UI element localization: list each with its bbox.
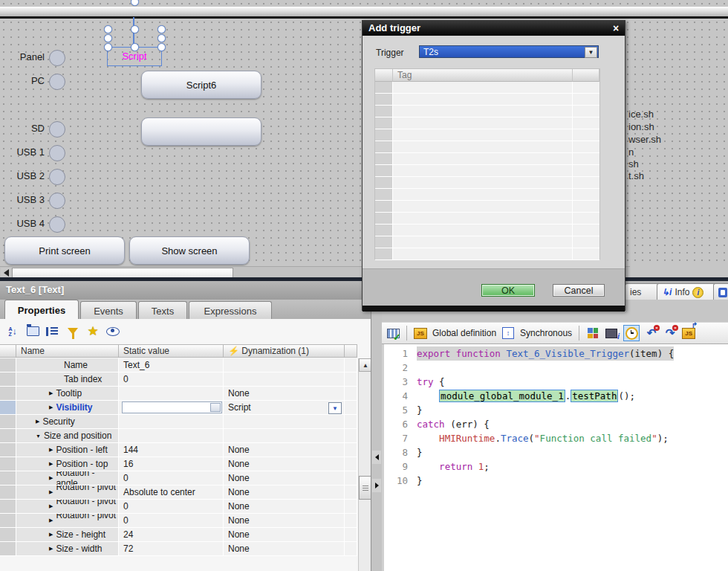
property-value-cell[interactable] — [119, 429, 224, 443]
expand-arrow-icon[interactable]: ▶ — [49, 475, 53, 481]
property-name-cell[interactable]: ▶Rotation - pivot ... — [16, 514, 119, 528]
code-line[interactable]: 10} — [384, 474, 726, 488]
sort-az-icon[interactable]: AZ↓ — [6, 325, 19, 338]
radio-circle[interactable] — [49, 169, 65, 185]
property-dynamization-cell[interactable]: None — [224, 542, 345, 556]
property-name-cell[interactable]: ▶Position - left — [16, 443, 119, 457]
radio-circle[interactable] — [49, 121, 65, 138]
table-row-header[interactable] — [375, 177, 393, 189]
property-name-cell[interactable]: ▶Security — [16, 415, 119, 429]
chevron-down-icon[interactable]: ▼ — [585, 47, 597, 58]
tab-info[interactable]: ↳i Info i — [657, 283, 719, 300]
filter-icon[interactable] — [66, 325, 79, 338]
property-name-cell[interactable]: ▶Size - height — [16, 528, 119, 542]
expand-arrow-icon[interactable]: ▶ — [49, 461, 53, 467]
table-row[interactable] — [393, 236, 573, 248]
property-row[interactable]: ▶TooltipNone — [0, 387, 357, 401]
property-value-cell[interactable]: 0 — [119, 500, 224, 514]
radio-circle[interactable] — [49, 74, 65, 90]
property-name-cell[interactable]: ▶Rotation - angle — [16, 471, 119, 485]
close-icon[interactable]: × — [610, 22, 622, 34]
property-dynamization-cell[interactable]: Script▼ — [224, 401, 345, 415]
code-line[interactable]: 6catch (err) { — [384, 417, 726, 431]
row-selector-cell[interactable] — [0, 457, 16, 471]
code-editor[interactable]: 1export function Text_6_Visible_Trigger(… — [382, 344, 728, 571]
radio-circle[interactable] — [49, 50, 65, 66]
table-row-header[interactable] — [375, 106, 393, 117]
property-name-cell[interactable]: ▶Position - top — [16, 457, 119, 471]
table-row-header[interactable] — [375, 236, 393, 248]
property-row[interactable]: ▶Rotation - pivot ...0None — [0, 500, 357, 514]
expand-arrow-icon[interactable]: ▶ — [49, 404, 53, 410]
property-value-cell[interactable]: 72 — [119, 542, 224, 556]
row-selector-cell[interactable] — [0, 485, 16, 500]
property-value-cell[interactable]: Absolute to center — [119, 485, 224, 500]
canvas-button[interactable]: Script6 — [141, 71, 261, 99]
tag-table-icon[interactable] — [586, 326, 599, 340]
canvas-button[interactable]: Print screen — [4, 236, 125, 265]
export-js-icon[interactable]: JS — [682, 326, 695, 340]
property-value-cell[interactable]: 0 — [119, 471, 224, 485]
table-row-header[interactable] — [375, 225, 393, 236]
table-row[interactable] — [393, 248, 573, 260]
collapse-right-button[interactable] — [372, 479, 381, 492]
table-row-header[interactable] — [375, 165, 393, 177]
folder-view-icon[interactable] — [26, 325, 39, 338]
canvas-button[interactable] — [141, 117, 261, 146]
property-dynamization-cell[interactable]: None — [224, 485, 345, 500]
property-name-cell[interactable]: ▶Size - width — [16, 542, 119, 556]
property-value-cell[interactable]: 16 — [119, 457, 224, 471]
table-column-header[interactable] — [573, 69, 599, 82]
code-line[interactable]: 8} — [384, 445, 726, 459]
tab-events[interactable]: Events — [80, 301, 137, 320]
expand-arrow-icon[interactable]: ▶ — [49, 447, 53, 453]
radio-circle[interactable] — [49, 216, 65, 233]
tab-diagnostics-partial[interactable] — [713, 283, 728, 300]
property-row[interactable]: Tab index0 — [0, 372, 357, 387]
property-row[interactable]: ▶VisibilityScript▼ — [0, 401, 357, 415]
table-column-header[interactable]: Tag — [393, 69, 573, 82]
code-line[interactable]: 1export function Text_6_Visible_Trigger(… — [384, 346, 726, 361]
trigger-timer-button[interactable] — [623, 325, 640, 341]
radio-circle[interactable] — [49, 145, 65, 161]
table-row[interactable] — [393, 213, 573, 225]
table-row-header[interactable] — [375, 213, 393, 225]
selection-handle[interactable] — [104, 34, 112, 42]
property-row[interactable]: ▼Size and position — [0, 429, 357, 443]
property-row[interactable]: ▶Size - width72None — [0, 542, 357, 556]
selection-handle[interactable] — [104, 25, 112, 33]
table-row-header[interactable] — [375, 94, 393, 106]
table-column-header[interactable] — [375, 69, 393, 82]
property-name-cell[interactable]: ▶Visibility — [16, 401, 119, 415]
row-selector-cell[interactable] — [0, 415, 16, 429]
screen-info-icon[interactable] — [605, 326, 618, 340]
code-line[interactable]: 3try { — [384, 375, 726, 389]
selection-handle[interactable] — [157, 34, 166, 42]
property-row[interactable]: ▶Rotation - pivot ...Absolute to centerN… — [0, 485, 357, 500]
property-name-cell[interactable]: ▼Size and position — [16, 429, 119, 443]
expand-arrow-icon[interactable]: ▶ — [49, 546, 53, 552]
table-row-header[interactable] — [375, 82, 393, 94]
list-view-icon[interactable] — [46, 325, 59, 338]
table-row[interactable] — [393, 94, 573, 106]
row-selector-cell[interactable] — [0, 514, 16, 528]
column-header-static-value[interactable]: Static value — [119, 344, 224, 358]
horizontal-scroll-thumb[interactable] — [12, 268, 233, 277]
table-row[interactable] — [393, 165, 573, 177]
undo-error-icon[interactable]: ↶× — [645, 326, 658, 340]
property-row[interactable]: ▶Rotation - angle0None — [0, 471, 357, 485]
tab-expressions[interactable]: Expressions — [189, 301, 272, 320]
column-header[interactable] — [345, 344, 357, 358]
tab-texts[interactable]: Texts — [138, 301, 187, 320]
table-row[interactable] — [393, 153, 573, 165]
table-row[interactable] — [393, 141, 573, 153]
column-header-name[interactable]: Name — [16, 344, 119, 358]
table-row[interactable] — [393, 225, 573, 236]
redo-error-icon[interactable]: ↷× — [663, 326, 677, 340]
property-row[interactable]: ▶Position - top16None — [0, 457, 357, 471]
property-dynamization-cell[interactable] — [224, 415, 345, 429]
property-name-cell[interactable]: Name — [16, 358, 119, 372]
property-value-cell[interactable] — [119, 415, 224, 429]
table-row[interactable] — [393, 117, 573, 129]
property-row[interactable]: ▶Security — [0, 415, 357, 429]
